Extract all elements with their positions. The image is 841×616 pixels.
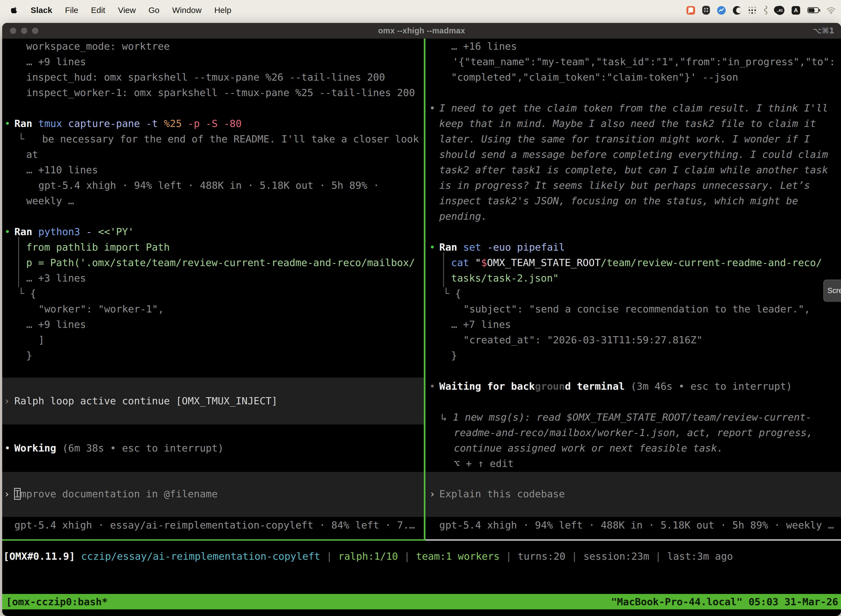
menu-item-edit[interactable]: Edit (91, 6, 105, 15)
terminal-line: •Waiting for background terminal (3m 46s… (439, 378, 792, 394)
menu-item-slack[interactable]: Slack (31, 6, 52, 15)
terminal-line: … +7 lines (451, 317, 511, 332)
line-bullet: › (4, 393, 10, 409)
menu-items: SlackFileEditViewGoWindowHelp (31, 6, 231, 15)
menu-item-go[interactable]: Go (148, 6, 160, 15)
terminal-line: ↳ 1 new msg(s): read $OMX_TEAM_STATE_ROO… (441, 409, 812, 425)
input-source-icon[interactable]: A (792, 6, 800, 15)
terminal-line: … +9 lines (26, 54, 86, 70)
terminal-line: should send a message before completing … (439, 147, 828, 162)
terminal-line: task2 after task1 is complete, but can I… (439, 162, 828, 178)
terminal-line: continue assigned work or next feasible … (454, 440, 723, 456)
terminal-line: •Ran python3 - <<'PY' (14, 224, 134, 239)
terminal-line: workspace_mode: worktree (26, 39, 170, 54)
window-title: omx --xhigh --madmax (378, 26, 465, 35)
terminal-line: readme-and-reco/mailbox/worker-1.json, a… (454, 425, 813, 440)
terminal-line: [OMX#0.11.9] cczip/essay/ai-reimplementa… (3, 549, 733, 564)
terminal-line: ›Improve documentation in @filename (14, 486, 218, 502)
menu-item-file[interactable]: File (65, 6, 78, 15)
terminal-line: •Working (6m 38s • esc to interrupt) (14, 440, 224, 456)
terminal-line: ›Explain this codebase (439, 486, 565, 502)
terminal-line: └ { (443, 286, 461, 301)
terminal-line: … +3 lines (26, 270, 86, 286)
tmux-host-clock-label: "MacBook-Pro-44.local" 05:03 31-Mar-26 (611, 596, 838, 607)
terminal-line: inspect_hud: omx sparkshell --tmux-pane … (26, 70, 385, 85)
menu-status-icons: ..61 A (687, 5, 836, 15)
line-bullet: • (4, 440, 10, 456)
terminal-line: •Ran tmux capture-pane -t %25 -p -S -80 (14, 116, 242, 131)
tmux-session-label: [omx-cczip0:bash* (6, 596, 108, 607)
block-connector (18, 237, 19, 287)
shield-grid-icon[interactable] (702, 6, 710, 15)
apple-menu-icon[interactable] (11, 7, 18, 14)
recording-indicator-icon[interactable] (687, 6, 695, 15)
wifi-icon[interactable] (826, 6, 836, 14)
terminal-line: '{"team_name":"my-team","task_id":"1","f… (453, 54, 835, 70)
terminal-line: ] (38, 332, 44, 348)
terminal-line: "created_at": "2026-03-31T11:59:27.816Z" (463, 332, 702, 348)
menu-item-help[interactable]: Help (214, 6, 231, 15)
terminal-line: } (451, 348, 457, 363)
window-shortcut-badge: ⌥⌘1 (813, 23, 834, 39)
line-bullet: • (429, 378, 435, 394)
squiggle-icon[interactable] (763, 5, 768, 15)
terminal-line: └ be necessary for the end of the README… (18, 131, 419, 147)
terminal-line: later. Using the same for transition mig… (439, 131, 810, 147)
terminal-line: from pathlib import Path (26, 239, 170, 255)
terminal-line: ⌥ + ↑ edit (454, 456, 514, 471)
terminal-line: gpt-5.4 xhigh · 94% left · 488K in · 5.1… (439, 518, 834, 533)
terminal-line: … +16 lines (451, 39, 517, 54)
zoom-button[interactable] (32, 28, 38, 34)
terminal-line: … +9 lines (26, 317, 86, 332)
tmux-status-bar[interactable]: [omx-cczip0:bash* "MacBook-Pro-44.local"… (2, 594, 841, 609)
crescent-icon[interactable] (733, 6, 741, 15)
terminal-line: "completed","claim_token":"claim-token"}… (451, 70, 738, 85)
terminal-line: tasks/task-2.json" (451, 270, 559, 286)
minimize-button[interactable] (21, 28, 27, 34)
menu-item-view[interactable]: View (118, 6, 135, 15)
pane-divider[interactable] (424, 39, 425, 541)
traffic-lights (10, 28, 38, 34)
right-terminal-pane[interactable]: … +16 lines'{"team_name":"my-team","task… (425, 39, 841, 541)
terminal-line: at (26, 147, 38, 162)
terminal-line: └ { (18, 286, 36, 301)
terminal-line: gpt-5.4 xhigh · essay/ai-reimplementatio… (14, 518, 415, 533)
omx-status-pane: [OMX#0.11.9] cczip/essay/ai-reimplementa… (2, 541, 841, 594)
close-button[interactable] (10, 28, 16, 34)
window-titlebar[interactable]: omx --xhigh --madmax ⌥⌘1 (2, 23, 841, 39)
terminal-line: "worker": "worker-1", (38, 301, 164, 317)
terminal-line: … +110 lines (26, 162, 98, 178)
terminal-line: "subject": "send a concise recommendatio… (463, 301, 810, 317)
terminal-line: inspect task2's JSON, focusing on the st… (439, 193, 798, 209)
terminal-line: p = Path('.omx/state/team/review-current… (26, 255, 415, 270)
terminal-line: •I need to get the claim token from the … (439, 100, 828, 116)
line-bullet: › (429, 486, 435, 502)
dots-grid-icon[interactable] (749, 7, 756, 14)
line-bullet: › (4, 486, 10, 502)
terminal-line: gpt-5.4 xhigh · 94% left · 488K in · 5.1… (38, 178, 379, 193)
block-connector (443, 252, 444, 287)
terminal-line: ›Ralph loop active continue [OMX_TMUX_IN… (14, 393, 278, 409)
battery-charging-icon[interactable] (807, 7, 819, 13)
terminal-line: is in progress? It seems likely but perh… (439, 178, 810, 193)
left-terminal-pane[interactable]: workspace_mode: worktree… +9 linesinspec… (2, 39, 424, 541)
line-bullet: • (429, 239, 435, 255)
blue-badge-icon[interactable] (717, 6, 726, 15)
line-bullet: • (4, 224, 10, 239)
line-bullet: • (429, 100, 435, 116)
menu-item-window[interactable]: Window (172, 6, 202, 15)
terminal-line: pending. (439, 209, 487, 224)
line-bullet: • (4, 116, 10, 131)
terminal-line: keep that in mind. Maybe I also need the… (439, 116, 816, 131)
menu-bar: SlackFileEditViewGoWindowHelp ..61 A (0, 0, 841, 21)
terminal-line: weekly … (26, 193, 74, 209)
screen-overlay-button[interactable]: Scre (823, 280, 841, 302)
terminal-line: •Ran set -euo pipefail (439, 239, 565, 255)
terminal-line: inspect_worker-1: omx sparkshell --tmux-… (26, 85, 415, 100)
terminal-window: omx --xhigh --madmax ⌥⌘1 workspace_mode:… (2, 23, 841, 616)
terminal-line: } (26, 348, 32, 363)
terminal-line: cat "$OMX_TEAM_STATE_ROOT/team/review-cu… (451, 255, 822, 270)
battery-percent-icon[interactable]: ..61 (775, 6, 784, 15)
